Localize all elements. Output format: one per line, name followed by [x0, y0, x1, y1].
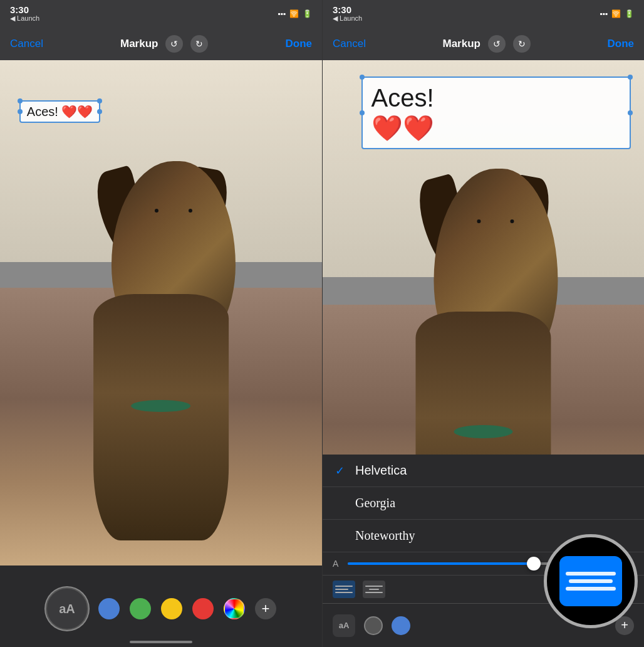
left-status-bar: 3:30 ◀ Launch ▪▪▪ 🛜 🔋: [0, 0, 322, 28]
left-annotation-text: Aces! ❤️❤️: [27, 105, 93, 118]
right-annotation-text: Aces!❤️❤️: [371, 83, 621, 143]
slider-fill: [348, 562, 534, 565]
right-back-label[interactable]: ◀ Launch: [333, 14, 362, 23]
left-handle-tl[interactable]: [18, 98, 23, 103]
right-toolbar-center: Markup ↺ ↻: [442, 35, 530, 53]
right-cancel-button[interactable]: Cancel: [333, 38, 366, 50]
mag-line-2: [569, 579, 613, 583]
left-phone-panel: 3:30 ◀ Launch ▪▪▪ 🛜 🔋 Cancel Markup ↺ ↻ …: [0, 0, 322, 647]
left-toolbar-center: Markup ↺ ↻: [120, 35, 208, 53]
left-color-red[interactable]: [192, 598, 214, 619]
left-redo-button[interactable]: ↻: [190, 35, 208, 53]
left-toolbar: Cancel Markup ↺ ↻ Done: [0, 28, 322, 60]
align-left-button[interactable]: [333, 581, 355, 598]
right-toolbar: Cancel Markup ↺ ↻ Done: [323, 28, 644, 60]
left-color-picker[interactable]: [224, 598, 245, 619]
left-time: 3:30: [10, 5, 29, 14]
georgia-label: Georgia: [355, 496, 395, 510]
right-bottom-bar: aA +: [323, 603, 644, 647]
left-dog-eye-right: [188, 209, 192, 213]
left-undo-button[interactable]: ↺: [165, 35, 183, 53]
right-handle-ml[interactable]: [360, 110, 365, 115]
slider-thumb[interactable]: [527, 557, 541, 571]
left-bottom-bar: aA +: [0, 565, 322, 647]
right-battery-icon: 🔋: [625, 9, 634, 18]
right-dog-eye-right: [511, 219, 514, 223]
align-center-line-2: [369, 589, 380, 590]
right-dog-collar: [454, 425, 513, 438]
right-text-annotation[interactable]: Aces!❤️❤️: [361, 76, 631, 149]
left-add-button[interactable]: +: [255, 598, 276, 619]
left-cancel-button[interactable]: Cancel: [10, 38, 43, 50]
left-home-indicator: [130, 641, 192, 643]
left-dog-eye-left: [155, 209, 158, 213]
right-done-button[interactable]: Done: [607, 38, 634, 50]
align-center-button[interactable]: [363, 581, 385, 598]
right-dog-eye-left: [477, 219, 481, 223]
right-handle-tl[interactable]: [360, 75, 365, 80]
noteworthy-label: Noteworthy: [355, 529, 415, 543]
left-status-left: 3:30 ◀ Launch: [10, 5, 39, 23]
left-status-right: ▪▪▪ 🛜 🔋: [278, 9, 312, 18]
left-aa-button[interactable]: aA: [46, 587, 88, 630]
right-image-area: Aces!❤️❤️ ✓ Helvetica ✓ Georgia: [323, 60, 644, 603]
right-time: 3:30: [333, 5, 351, 14]
right-aa-label: aA: [339, 621, 350, 630]
right-markup-title: Markup: [442, 38, 480, 50]
left-aa-label: aA: [59, 602, 75, 616]
helvetica-checkmark: ✓: [335, 464, 348, 478]
left-handle-ml[interactable]: [18, 109, 23, 114]
mag-line-3: [566, 587, 616, 591]
slider-a-label: A: [333, 559, 343, 569]
right-redo-button[interactable]: ↻: [513, 35, 531, 53]
right-aa-button[interactable]: aA: [333, 614, 355, 637]
right-undo-button[interactable]: ↺: [488, 35, 506, 53]
align-line-2: [335, 589, 348, 590]
font-item-georgia[interactable]: ✓ Georgia: [323, 487, 644, 520]
align-line-1: [335, 586, 353, 587]
left-back-label[interactable]: ◀ Launch: [10, 14, 39, 23]
left-text-annotation[interactable]: Aces! ❤️❤️: [19, 100, 101, 123]
magnifier-overlay: [544, 534, 638, 628]
right-status-bar: 3:30 ◀ Launch ▪▪▪ 🛜 🔋: [323, 0, 644, 28]
right-status-right: ▪▪▪ 🛜 🔋: [600, 9, 634, 18]
right-wifi-icon: 🛜: [611, 9, 621, 18]
left-done-button[interactable]: Done: [285, 38, 312, 50]
left-dog-photo: Aces! ❤️❤️: [0, 60, 322, 565]
left-color-green[interactable]: [130, 598, 151, 619]
left-battery-icon: 🔋: [303, 9, 312, 18]
left-color-yellow[interactable]: [161, 598, 182, 619]
align-center-line-1: [365, 586, 383, 587]
left-dog-collar: [131, 400, 190, 413]
left-tool-row: aA +: [46, 587, 276, 630]
left-wifi-icon: 🛜: [289, 9, 299, 18]
left-dog-body: [48, 161, 274, 540]
right-phone-panel: 3:30 ◀ Launch ▪▪▪ 🛜 🔋 Cancel Markup ↺ ↻ …: [322, 0, 644, 647]
align-center-line-3: [365, 592, 383, 593]
right-color-blue[interactable]: [392, 616, 410, 635]
left-signal-icon: ▪▪▪: [278, 9, 286, 18]
font-item-helvetica[interactable]: ✓ Helvetica: [323, 455, 644, 487]
left-color-blue[interactable]: [98, 598, 120, 619]
right-handle-mr[interactable]: [628, 110, 633, 115]
helvetica-label: Helvetica: [355, 463, 407, 478]
magnifier-content: [559, 556, 622, 606]
left-markup-title: Markup: [120, 38, 158, 50]
left-image-area: Aces! ❤️❤️: [0, 60, 322, 565]
right-signal-icon: ▪▪▪: [600, 9, 608, 18]
align-line-3: [335, 592, 353, 593]
mag-line-1: [566, 572, 616, 576]
left-dog-torso: [93, 294, 229, 540]
left-handle-mr[interactable]: [97, 109, 102, 114]
right-status-left: 3:30 ◀ Launch: [333, 5, 362, 23]
right-color-dark[interactable]: [364, 616, 383, 635]
